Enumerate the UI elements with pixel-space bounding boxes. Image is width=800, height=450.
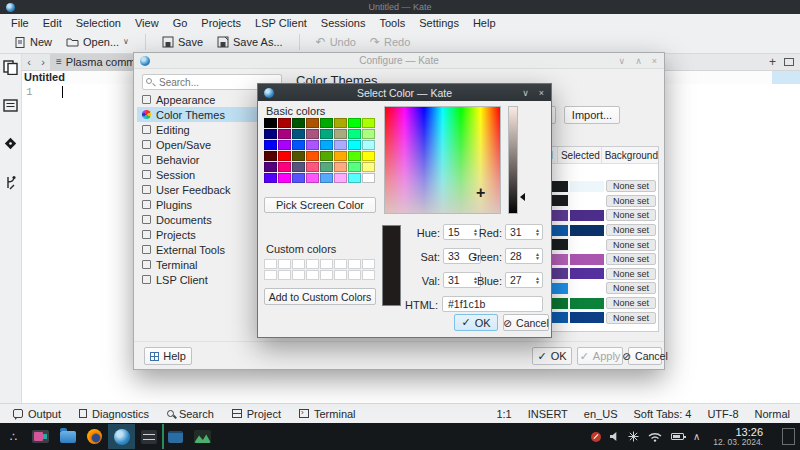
menu-item[interactable]: Selection <box>69 17 128 29</box>
status-item[interactable]: UTF-8 <box>707 408 738 420</box>
status-item[interactable]: 1:1 <box>496 408 511 420</box>
basic-color-swatch[interactable] <box>306 173 319 183</box>
settings-category-item[interactable]: User Feedback <box>137 182 265 197</box>
basic-color-swatch[interactable] <box>292 118 305 128</box>
basic-color-swatch[interactable] <box>334 118 347 128</box>
basic-color-swatch[interactable] <box>320 151 333 161</box>
basic-color-swatch[interactable] <box>306 162 319 172</box>
settings-category-item[interactable]: Color Themes <box>137 107 265 122</box>
basic-color-swatch[interactable] <box>334 151 347 161</box>
selected-color-swatch[interactable] <box>570 181 604 192</box>
firefox-icon[interactable] <box>81 424 108 449</box>
background-none-set-button[interactable]: None set <box>606 195 656 207</box>
settings-category-item[interactable]: Plugins <box>137 197 265 212</box>
open-dropdown-icon[interactable]: ∨ <box>123 37 129 47</box>
status-item[interactable]: Normal <box>755 408 790 420</box>
basic-color-swatch[interactable] <box>320 173 333 183</box>
minimize-icon[interactable]: ∨ <box>522 88 529 98</box>
panel-toggle-button[interactable]: Output <box>6 406 68 422</box>
import-button[interactable]: Import... <box>564 106 620 124</box>
microphone-muted-icon[interactable] <box>591 432 601 442</box>
media-player-icon[interactable] <box>27 424 54 449</box>
settings-category-item[interactable]: LSP Client <box>137 272 265 287</box>
background-none-set-button[interactable]: None set <box>606 297 656 309</box>
html-color-input[interactable] <box>442 296 543 312</box>
basic-color-swatch[interactable] <box>362 129 375 139</box>
panel-toggle-button[interactable]: Diagnostics <box>72 406 156 422</box>
chevron-up-icon[interactable]: ∧ <box>693 431 700 442</box>
value-slider-handle[interactable] <box>520 193 525 201</box>
settings-category-item[interactable]: Behavior <box>137 152 265 167</box>
new-button[interactable]: New <box>8 34 58 51</box>
background-none-set-button[interactable]: None set <box>606 239 656 251</box>
basic-color-swatch[interactable] <box>348 118 361 128</box>
spin-arrows-icon[interactable]: ▲▼ <box>535 276 542 284</box>
status-item[interactable]: en_US <box>584 408 618 420</box>
basic-color-swatch[interactable] <box>264 118 277 128</box>
documents-icon[interactable] <box>3 60 18 75</box>
status-item[interactable]: Soft Tabs: 4 <box>633 408 691 420</box>
settings-category-item[interactable]: External Tools <box>137 242 265 257</box>
basic-color-swatch[interactable] <box>348 140 361 150</box>
custom-color-swatch[interactable] <box>320 270 333 280</box>
basic-color-swatch[interactable] <box>306 140 319 150</box>
basic-color-swatch[interactable] <box>292 162 305 172</box>
basic-color-swatch[interactable] <box>362 140 375 150</box>
file-manager-icon[interactable] <box>54 424 81 449</box>
selected-color-swatch[interactable] <box>570 210 604 221</box>
close-icon[interactable]: × <box>539 88 544 98</box>
selected-color-swatch[interactable] <box>570 268 604 279</box>
close-icon[interactable]: × <box>652 56 657 66</box>
basic-color-swatch[interactable] <box>348 129 361 139</box>
tab-next-button[interactable]: › <box>36 56 50 68</box>
git-icon[interactable] <box>3 136 18 151</box>
menu-item[interactable]: File <box>4 17 36 29</box>
basic-color-swatch[interactable] <box>278 140 291 150</box>
value-slider[interactable] <box>508 106 518 214</box>
blue-spinbox[interactable]: 27▲▼ <box>505 272 543 288</box>
custom-color-swatch[interactable] <box>278 270 291 280</box>
selected-color-swatch[interactable] <box>570 254 604 265</box>
tab-prev-button[interactable]: ‹ <box>22 56 36 68</box>
selected-color-swatch[interactable] <box>570 239 604 250</box>
maximize-icon[interactable]: ∧ <box>635 56 642 66</box>
basic-color-swatch[interactable] <box>320 140 333 150</box>
volume-icon[interactable] <box>610 432 619 441</box>
basic-color-swatch[interactable] <box>348 151 361 161</box>
basic-color-swatch[interactable] <box>306 118 319 128</box>
custom-color-swatch[interactable] <box>334 270 347 280</box>
column-header-selected[interactable]: Selected <box>558 147 602 164</box>
custom-color-swatch[interactable] <box>320 259 333 269</box>
menu-item[interactable]: Projects <box>194 17 248 29</box>
menu-item[interactable]: Edit <box>36 17 69 29</box>
basic-color-swatch[interactable] <box>348 173 361 183</box>
menu-item[interactable]: Settings <box>412 17 466 29</box>
basic-color-swatch[interactable] <box>320 129 333 139</box>
green-spinbox[interactable]: 28▲▼ <box>505 248 543 264</box>
column-header-background[interactable]: Background <box>602 147 658 164</box>
star-icon[interactable] <box>628 431 639 442</box>
basic-color-swatch[interactable] <box>348 162 361 172</box>
save-as-button[interactable]: Save As... <box>211 34 289 50</box>
menu-item[interactable]: LSP Client <box>248 17 314 29</box>
ok-button[interactable]: ✓OK <box>532 347 572 365</box>
ok-button[interactable]: ✓OK <box>454 314 498 331</box>
app-launcher-icon[interactable]: ∴ <box>0 424 27 449</box>
battery-icon[interactable] <box>671 433 684 440</box>
picker-crosshair-icon[interactable]: + <box>476 184 485 202</box>
basic-color-swatch[interactable] <box>362 118 375 128</box>
basic-color-swatch[interactable] <box>292 151 305 161</box>
save-button[interactable]: Save <box>156 34 209 50</box>
menu-item[interactable]: Go <box>166 17 195 29</box>
background-none-set-button[interactable]: None set <box>606 282 656 294</box>
menu-item[interactable]: View <box>128 17 166 29</box>
apply-button[interactable]: ✓Apply <box>577 347 623 365</box>
basic-color-swatch[interactable] <box>292 140 305 150</box>
add-to-custom-colors-button[interactable]: Add to Custom Colors <box>264 288 376 305</box>
basic-color-swatch[interactable] <box>334 140 347 150</box>
basic-color-swatch[interactable] <box>362 162 375 172</box>
basic-color-swatch[interactable] <box>292 173 305 183</box>
custom-color-swatch[interactable] <box>362 259 375 269</box>
basic-color-swatch[interactable] <box>320 118 333 128</box>
basic-color-swatch[interactable] <box>334 162 347 172</box>
